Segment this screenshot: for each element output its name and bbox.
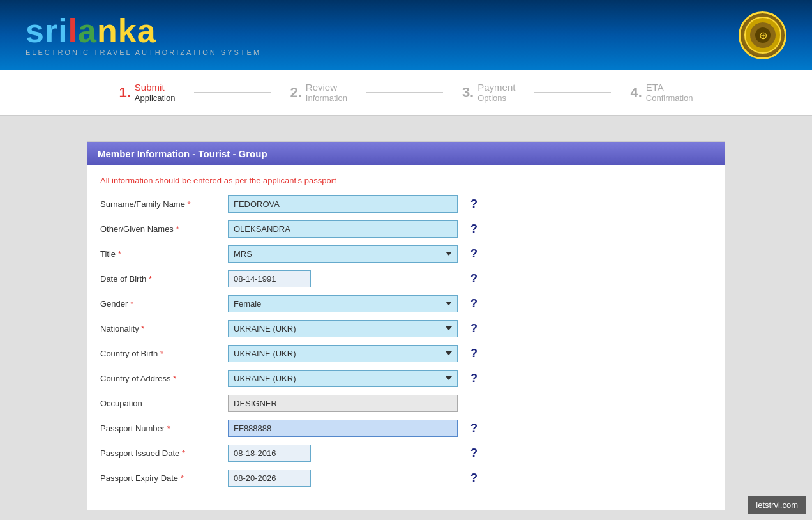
row-surname: Surname/Family Name * ? (100, 195, 712, 213)
step-3-payment[interactable]: 3. Payment Options (443, 77, 535, 109)
step-2-text: Review Information (306, 82, 347, 103)
step-2-review[interactable]: 2. Review Information (271, 77, 366, 109)
title-select[interactable]: MRS MR MS DR (228, 245, 458, 263)
step-1-text: Submit Application (135, 82, 176, 103)
step-1-submit[interactable]: 1. Submit Application (100, 77, 195, 109)
input-wrap-passport-expiry (228, 470, 458, 487)
help-surname[interactable]: ? (470, 197, 477, 211)
step-divider-2 (366, 92, 443, 93)
step-4-text: ETA Confirmation (646, 82, 693, 103)
row-passport-issued: Passport Issued Date * ? (100, 445, 712, 462)
row-occupation: Occupation (100, 395, 712, 412)
step-1-main: Submit (135, 82, 176, 93)
step-divider-3 (534, 92, 611, 93)
row-title: Title * MRS MR MS DR ? (100, 245, 712, 263)
page-header: srilanka ELECTRONIC TRAVEL AUTHORIZATION… (0, 0, 812, 70)
help-nationality[interactable]: ? (470, 322, 477, 335)
label-country-address: Country of Address * (100, 374, 228, 383)
label-passport-expiry: Passport Expiry Date * (100, 473, 228, 483)
input-wrap-passport-issued (228, 445, 458, 462)
emblem-svg: ⊕ (744, 16, 782, 54)
input-wrap-dob (228, 270, 458, 287)
help-gender[interactable]: ? (470, 297, 477, 310)
logo-subtitle: ELECTRONIC TRAVEL AUTHORIZATION SYSTEM (26, 49, 261, 56)
step-4-eta[interactable]: 4. ETA Confirmation (611, 77, 712, 109)
row-country-birth: Country of Birth * UKRAINE (UKR) UNITED … (100, 345, 712, 362)
passport-number-input[interactable] (228, 420, 458, 437)
section-header: Member Information - Tourist - Group (87, 142, 725, 165)
logo-a: a (78, 12, 97, 49)
steps-bar: 1. Submit Application 2. Review Informat… (0, 70, 812, 116)
emblem-icon: ⊕ (739, 11, 786, 59)
input-wrap-passport-number (228, 420, 458, 437)
step-4-sub: Confirmation (646, 93, 693, 103)
help-dob[interactable]: ? (470, 272, 477, 286)
step-3-main: Payment (477, 82, 515, 93)
section-title: Member Information - Tourist - Group (98, 148, 267, 159)
help-passport-expiry[interactable]: ? (470, 471, 477, 485)
row-passport-expiry: Passport Expiry Date * ? (100, 470, 712, 487)
input-wrap-title: MRS MR MS DR (228, 245, 458, 263)
label-passport-issued: Passport Issued Date * (100, 448, 228, 458)
step-1-number: 1. (119, 84, 131, 101)
label-country-birth: Country of Birth * (100, 349, 228, 358)
input-wrap-country-address: UKRAINE (UKR) UNITED KINGDOM (GBR) UNITE… (228, 370, 458, 387)
label-passport-number: Passport Number * (100, 424, 228, 433)
step-divider-1 (194, 92, 271, 93)
label-surname: Surname/Family Name * (100, 199, 228, 209)
step-4-number: 4. (630, 84, 642, 101)
label-gender: Gender * (100, 299, 228, 309)
label-title: Title * (100, 249, 228, 259)
step-2-number: 2. (290, 84, 301, 101)
input-wrap-occupation (228, 395, 458, 412)
step-3-sub: Options (477, 93, 515, 103)
row-dob: Date of Birth * ? (100, 270, 712, 287)
row-nationality: Nationality * UKRAINE (UKR) UNITED KINGD… (100, 320, 712, 337)
country-birth-select[interactable]: UKRAINE (UKR) UNITED KINGDOM (GBR) UNITE… (228, 345, 458, 362)
info-text: All information should be entered as per… (100, 176, 712, 185)
input-wrap-nationality: UKRAINE (UKR) UNITED KINGDOM (GBR) UNITE… (228, 320, 458, 337)
help-country-address[interactable]: ? (470, 372, 477, 385)
surname-input[interactable] (228, 195, 458, 213)
help-passport-issued[interactable]: ? (470, 447, 477, 460)
country-address-select[interactable]: UKRAINE (UKR) UNITED KINGDOM (GBR) UNITE… (228, 370, 458, 387)
passport-issued-input[interactable] (228, 445, 311, 462)
help-passport-number[interactable]: ? (470, 422, 477, 435)
input-wrap-surname (228, 195, 458, 213)
watermark: letstrvl.com (748, 496, 806, 514)
logo-wordmark: srilanka (26, 14, 261, 47)
help-title[interactable]: ? (470, 247, 477, 261)
input-wrap-given-names (228, 220, 458, 238)
logo-nka: nka (97, 12, 156, 49)
help-country-birth[interactable]: ? (470, 347, 477, 360)
step-1-sub: Application (135, 93, 176, 103)
label-dob: Date of Birth * (100, 274, 228, 284)
given-names-input[interactable] (228, 220, 458, 238)
svg-text:⊕: ⊕ (758, 30, 767, 41)
label-given-names: Other/Given Names * (100, 224, 228, 234)
form-body: All information should be entered as per… (87, 165, 725, 510)
row-country-address: Country of Address * UKRAINE (UKR) UNITE… (100, 370, 712, 387)
step-2-sub: Information (306, 93, 347, 103)
logo-s: sri (26, 12, 68, 49)
dob-input[interactable] (228, 270, 311, 287)
logo-l: l (68, 12, 78, 49)
input-wrap-gender: Female Male (228, 295, 458, 312)
row-passport-number: Passport Number * ? (100, 420, 712, 437)
main-form-container: Member Information - Tourist - Group All… (87, 141, 725, 510)
row-given-names: Other/Given Names * ? (100, 220, 712, 238)
row-gender: Gender * Female Male ? (100, 295, 712, 312)
passport-expiry-input[interactable] (228, 470, 311, 487)
nationality-select[interactable]: UKRAINE (UKR) UNITED KINGDOM (GBR) UNITE… (228, 320, 458, 337)
occupation-input[interactable] (228, 395, 458, 412)
label-nationality: Nationality * (100, 324, 228, 333)
step-2-main: Review (306, 82, 347, 93)
step-3-text: Payment Options (477, 82, 515, 103)
input-wrap-country-birth: UKRAINE (UKR) UNITED KINGDOM (GBR) UNITE… (228, 345, 458, 362)
step-4-main: ETA (646, 82, 693, 93)
site-logo: srilanka ELECTRONIC TRAVEL AUTHORIZATION… (26, 14, 261, 56)
label-occupation: Occupation (100, 399, 228, 408)
gender-select[interactable]: Female Male (228, 295, 458, 312)
help-given-names[interactable]: ? (470, 222, 477, 236)
step-3-number: 3. (462, 84, 474, 101)
